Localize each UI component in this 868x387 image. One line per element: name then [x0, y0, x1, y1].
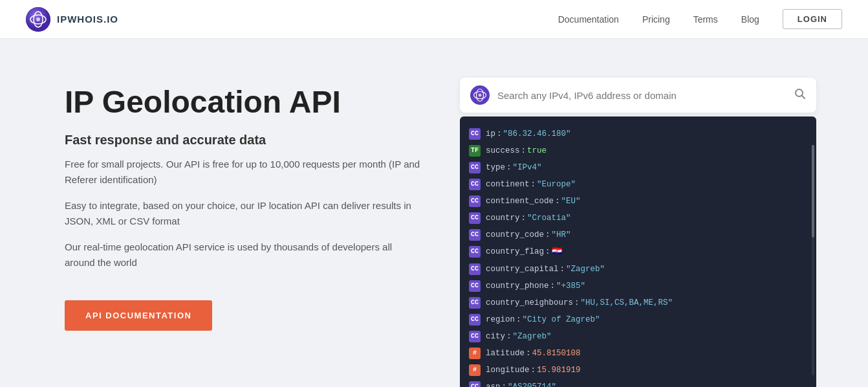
json-value: "Europe"	[537, 178, 576, 191]
json-row: CC country_capital : "Zagreb"	[460, 261, 816, 278]
logo-text: IPWHOIS.IO	[57, 14, 118, 25]
json-key: latitude	[486, 347, 525, 360]
nav-documentation[interactable]: Documentation	[558, 14, 619, 25]
search-icon	[794, 88, 806, 100]
main-content: IP Geolocation API Fast response and acc…	[0, 39, 868, 387]
json-value: "IPv4"	[513, 161, 542, 174]
json-value: true	[527, 144, 547, 157]
json-key: ip	[486, 127, 495, 140]
json-badge: CC	[469, 314, 481, 326]
json-key: continent_code	[486, 195, 554, 208]
hero-title: IP Geolocation API	[65, 84, 421, 120]
json-key: longitude	[486, 364, 530, 377]
right-column: CC ip : "86.32.46.180" TF success : true…	[460, 78, 816, 387]
json-key: city	[486, 330, 505, 343]
json-value: "HU,SI,CS,BA,ME,RS"	[581, 296, 673, 309]
json-row: CC continent_code : "EU"	[460, 193, 816, 210]
json-value: "AS205714"	[508, 381, 556, 387]
scrollbar-thumb	[812, 145, 814, 237]
json-flag-value: 🇭🇷	[552, 245, 562, 259]
json-badge: CC	[469, 246, 481, 258]
json-row: CC country_neighbours : "HU,SI,CS,BA,ME,…	[460, 294, 816, 311]
logo[interactable]: IPWHOIS.IO	[26, 7, 118, 32]
json-key: asn	[486, 381, 501, 387]
search-logo-icon	[470, 85, 490, 105]
json-key: country_capital	[486, 263, 559, 276]
json-value: "EU"	[561, 195, 581, 208]
json-row: CC city : "Zagreb"	[460, 328, 816, 345]
json-value: "HR"	[552, 228, 571, 241]
search-bar	[460, 78, 816, 113]
json-key: country_flag	[486, 245, 544, 258]
json-badge: CC	[469, 195, 481, 207]
json-badge: CC	[469, 229, 481, 241]
json-key: continent	[486, 178, 530, 191]
json-row: CC region : "City of Zagreb"	[460, 311, 816, 328]
json-badge: TF	[469, 145, 481, 157]
json-row: CC asn : "AS205714"	[460, 379, 816, 387]
main-nav: Documentation Pricing Terms Blog LOGIN	[558, 9, 842, 29]
json-badge: #	[469, 348, 481, 359]
login-button[interactable]: LOGIN	[783, 9, 842, 29]
json-key: country_neighbours	[486, 296, 573, 309]
json-key: region	[486, 313, 515, 326]
left-column: IP Geolocation API Fast response and acc…	[65, 78, 421, 331]
json-row: CC country_flag : 🇭🇷	[460, 243, 816, 261]
json-row: CC country_code : "HR"	[460, 227, 816, 243]
search-submit-button[interactable]	[794, 88, 806, 103]
json-row: CC country : "Croatia"	[460, 210, 816, 227]
json-badge: CC	[469, 162, 481, 173]
json-badge: CC	[469, 179, 481, 190]
json-badge: CC	[469, 263, 481, 275]
json-value: "Zagreb"	[566, 263, 605, 276]
json-value: 45.8150108	[532, 347, 581, 360]
json-badge: CC	[469, 381, 481, 387]
hero-desc-1: Free for small projects. Our API is free…	[65, 157, 421, 188]
hero-desc-3: Our real-time geolocation API service is…	[65, 239, 421, 271]
json-value: 15.981919	[537, 364, 581, 377]
json-badge: CC	[469, 331, 481, 342]
json-badge: CC	[469, 212, 481, 224]
nav-blog[interactable]: Blog	[741, 14, 759, 25]
json-badge: CC	[469, 297, 481, 309]
hero-desc-2: Easy to integrate, based on your choice,…	[65, 198, 421, 229]
json-value: "+385"	[556, 280, 585, 293]
search-input[interactable]	[497, 90, 787, 101]
svg-point-8	[479, 94, 482, 97]
nav-terms[interactable]: Terms	[693, 14, 718, 25]
json-key: country	[486, 212, 520, 225]
svg-point-4	[36, 17, 40, 21]
json-badge: #	[469, 364, 481, 376]
json-badge: CC	[469, 280, 481, 292]
json-key: country_code	[486, 228, 544, 241]
json-value: "Zagreb"	[513, 330, 552, 343]
json-value: "Croatia"	[527, 212, 571, 225]
nav-pricing[interactable]: Pricing	[642, 14, 670, 25]
json-value: "City of Zagreb"	[523, 313, 600, 326]
json-key: success	[486, 144, 520, 157]
hero-subtitle: Fast response and accurate data	[65, 133, 421, 148]
json-row: # latitude : 45.8150108	[460, 345, 816, 362]
api-docs-button[interactable]: API DOCUMENTATION	[65, 300, 212, 331]
json-panel: CC ip : "86.32.46.180" TF success : true…	[460, 116, 816, 387]
scrollbar	[812, 145, 814, 375]
json-row: # longitude : 15.981919	[460, 362, 816, 379]
json-key: country_phone	[486, 280, 549, 293]
json-row: TF success : true	[460, 142, 816, 159]
json-row: CC type : "IPv4"	[460, 159, 816, 176]
svg-line-10	[802, 95, 805, 98]
json-badge: CC	[469, 128, 481, 140]
logo-icon	[26, 7, 50, 32]
json-row: CC ip : "86.32.46.180"	[460, 126, 816, 142]
json-value: "86.32.46.180"	[503, 127, 571, 140]
json-key: type	[486, 161, 505, 174]
json-row: CC continent : "Europe"	[460, 176, 816, 193]
json-row: CC country_phone : "+385"	[460, 278, 816, 294]
